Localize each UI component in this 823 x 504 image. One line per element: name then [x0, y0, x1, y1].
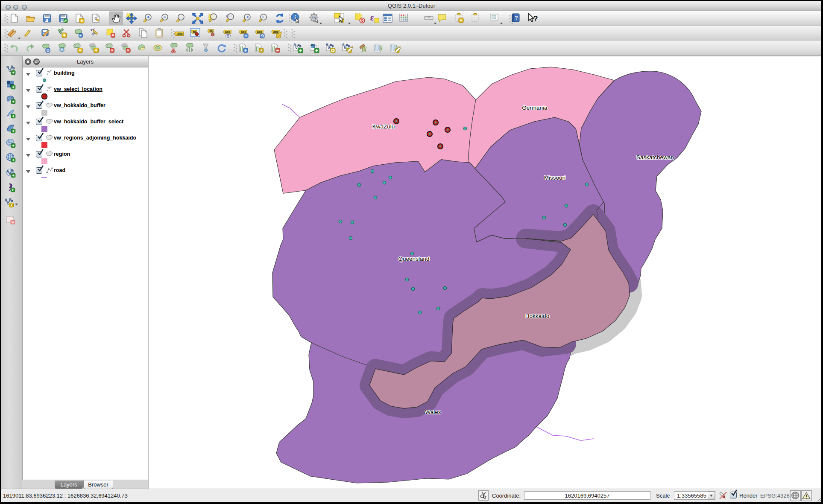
svg-text:abc: abc — [225, 30, 230, 34]
svg-text:Saskatchewan: Saskatchewan — [636, 154, 674, 160]
svg-text:Germania: Germania — [522, 105, 548, 111]
svg-text:abc: abc — [241, 30, 246, 34]
svg-text:abc: abc — [257, 30, 262, 34]
svg-text:ε: ε — [370, 13, 374, 22]
svg-text:?: ? — [515, 15, 518, 21]
svg-text:?: ? — [533, 15, 538, 23]
svg-text:Missouri: Missouri — [544, 175, 565, 181]
svg-text:T: T — [493, 15, 495, 19]
svg-text:Hokkaido: Hokkaido — [525, 313, 549, 319]
svg-text:ab: ab — [193, 30, 196, 33]
svg-text:abc: abc — [176, 32, 183, 36]
svg-text:Queensland: Queensland — [398, 256, 430, 262]
svg-text:1:1: 1:1 — [179, 16, 183, 19]
svg-text:ab: ab — [209, 29, 213, 32]
svg-text:KwaZulu: KwaZulu — [372, 123, 395, 130]
svg-text:Wales: Wales — [425, 409, 441, 415]
svg-text:abc: abc — [273, 30, 278, 34]
